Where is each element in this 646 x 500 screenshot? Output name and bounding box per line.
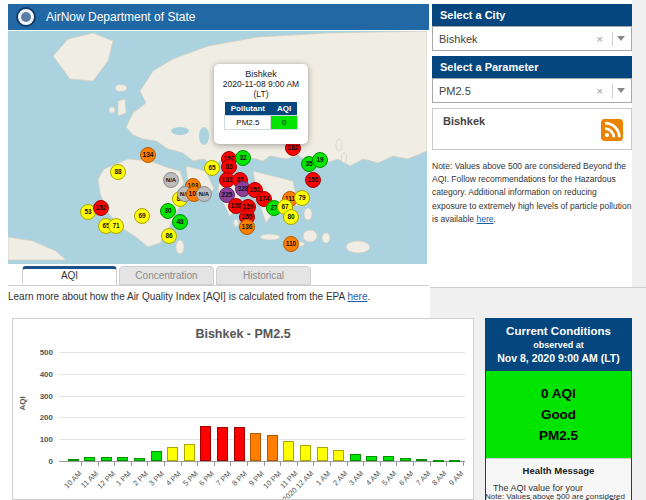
world-map[interactable]: 13488N/A88103N/A107N/A531526571693048866… bbox=[8, 31, 427, 264]
aqi-marker[interactable]: 136 bbox=[239, 219, 255, 235]
city-select[interactable]: Bishkek × bbox=[432, 26, 632, 51]
health-message-title: Health Message bbox=[493, 465, 624, 476]
chart-gridline bbox=[59, 352, 465, 353]
epa-here-link[interactable]: here bbox=[347, 291, 367, 302]
chart-x-tick bbox=[197, 462, 198, 466]
chart-bar[interactable] bbox=[200, 426, 211, 461]
chart-bar[interactable] bbox=[350, 454, 361, 461]
chart-title: Bishkek - PM2.5 bbox=[13, 327, 473, 341]
chart-x-label: 2 AM bbox=[331, 469, 349, 487]
chart-x-tick bbox=[430, 462, 431, 466]
chart-x-tick bbox=[330, 462, 331, 466]
observed-at-datetime: Nov 8, 2020 9:00 AM (LT) bbox=[490, 352, 627, 364]
aqi-marker[interactable]: 110 bbox=[283, 236, 299, 252]
aqi-category-block: 0 AQI Good PM2.5 bbox=[486, 371, 631, 458]
chart-y-tick: 400 bbox=[27, 370, 53, 379]
aqi-bar-chart: Bishkek - PM2.5 AQI 010020030040050010 A… bbox=[12, 318, 474, 500]
chart-bar[interactable] bbox=[117, 457, 128, 461]
aqi-marker[interactable]: 86 bbox=[161, 228, 177, 244]
current-conditions-title: Current Conditions bbox=[490, 325, 627, 337]
aqi-marker[interactable]: 88 bbox=[110, 164, 126, 180]
select-separator bbox=[612, 32, 613, 46]
rss-icon[interactable] bbox=[601, 119, 623, 145]
chart-bar[interactable] bbox=[300, 445, 311, 461]
chart-x-tick bbox=[98, 462, 99, 466]
chart-bar[interactable] bbox=[167, 447, 178, 461]
chart-bar[interactable] bbox=[416, 459, 427, 461]
chart-bar[interactable] bbox=[366, 456, 377, 461]
chart-x-label: 4 PM bbox=[164, 469, 183, 488]
chart-bar[interactable] bbox=[317, 447, 328, 461]
chart-bar[interactable] bbox=[333, 450, 344, 461]
chevron-down-icon[interactable] bbox=[617, 88, 625, 93]
chart-gridline bbox=[59, 396, 465, 397]
chart-x-label: 8 PM bbox=[231, 469, 250, 488]
aqi-marker[interactable]: 80 bbox=[283, 209, 299, 225]
chart-y-tick: 100 bbox=[27, 435, 53, 444]
parameter-widget: Select a Parameter PM2.5 × bbox=[432, 56, 632, 103]
chevron-down-icon[interactable] bbox=[617, 36, 625, 41]
chart-x-tick bbox=[396, 462, 397, 466]
tab-aqi[interactable]: AQI bbox=[22, 266, 117, 285]
chart-bar[interactable] bbox=[449, 460, 460, 462]
popup-datetime: 2020-11-08 9:00 AM bbox=[214, 79, 308, 89]
city-widget: Select a City Bishkek × bbox=[432, 4, 632, 51]
chart-x-tick bbox=[181, 462, 182, 466]
aqi-value: 0 AQI bbox=[490, 383, 627, 404]
aqi-marker[interactable]: 48 bbox=[172, 214, 188, 230]
aqi-marker[interactable]: 152 bbox=[93, 200, 109, 216]
aqi-marker[interactable]: 19 bbox=[312, 152, 328, 168]
select-separator bbox=[612, 84, 613, 98]
chart-bar[interactable] bbox=[283, 441, 294, 461]
chart-bar[interactable] bbox=[217, 427, 228, 461]
chart-bar[interactable] bbox=[400, 458, 411, 461]
aqi-marker[interactable]: 69 bbox=[134, 208, 150, 224]
aqi-marker[interactable]: 71 bbox=[108, 218, 124, 234]
chart-bar[interactable] bbox=[68, 459, 79, 461]
chart-x-label: 10 AM bbox=[62, 469, 83, 490]
current-conditions-panel: Current Conditions observed at Nov 8, 20… bbox=[485, 318, 632, 500]
parameter-clear-icon[interactable]: × bbox=[592, 85, 608, 97]
aqi-marker[interactable]: 155 bbox=[305, 172, 321, 188]
chart-bar[interactable] bbox=[84, 457, 95, 461]
note-here-link[interactable]: here bbox=[476, 214, 493, 224]
chart-bar[interactable] bbox=[433, 460, 444, 462]
rss-panel: Bishkek bbox=[432, 108, 632, 150]
aqi-marker[interactable]: 65 bbox=[204, 160, 220, 176]
chart-x-tick bbox=[247, 462, 248, 466]
chart-x-label: 7 AM bbox=[414, 469, 432, 487]
chart-bar[interactable] bbox=[267, 435, 278, 461]
chart-bar[interactable] bbox=[101, 457, 112, 461]
chart-gridline bbox=[59, 417, 465, 418]
chart-y-axis-label: AQI bbox=[18, 396, 27, 410]
tab-historical[interactable]: Historical bbox=[216, 266, 311, 285]
chart-bar[interactable] bbox=[383, 456, 394, 461]
chart-bar[interactable] bbox=[234, 427, 245, 461]
popup-pollutant-value: PM2.5 bbox=[225, 116, 271, 130]
popup-col-pollutant: Pollutant bbox=[225, 102, 271, 116]
chart-x-label: 3 PM bbox=[148, 469, 167, 488]
chart-x-label: 9 AM bbox=[447, 469, 465, 487]
aqi-marker[interactable]: 79 bbox=[294, 190, 310, 206]
chart-bar[interactable] bbox=[250, 433, 261, 461]
aqi-marker[interactable]: N/A bbox=[196, 186, 212, 202]
chart-bar[interactable] bbox=[134, 458, 145, 461]
aqi-marker[interactable]: 32 bbox=[235, 150, 251, 166]
chart-x-tick bbox=[164, 462, 165, 466]
parameter-select-value: PM2.5 bbox=[439, 85, 592, 97]
parameter-select[interactable]: PM2.5 × bbox=[432, 78, 632, 103]
aqi-marker[interactable]: 134 bbox=[140, 147, 156, 163]
aqi-marker[interactable]: N/A bbox=[163, 172, 179, 188]
chart-x-tick bbox=[413, 462, 414, 466]
chart-bar[interactable] bbox=[184, 444, 195, 461]
chart-x-label: 8 AM bbox=[430, 469, 448, 487]
chart-bar[interactable] bbox=[151, 451, 162, 461]
chart-x-label: 4 AM bbox=[364, 469, 382, 487]
chart-x-tick bbox=[280, 462, 281, 466]
chart-x-tick bbox=[347, 462, 348, 466]
city-clear-icon[interactable]: × bbox=[592, 33, 608, 45]
chart-x-tick bbox=[264, 462, 265, 466]
right-divider bbox=[430, 287, 646, 288]
tab-concentration[interactable]: Concentration bbox=[119, 266, 214, 285]
chart-x-tick bbox=[313, 462, 314, 466]
